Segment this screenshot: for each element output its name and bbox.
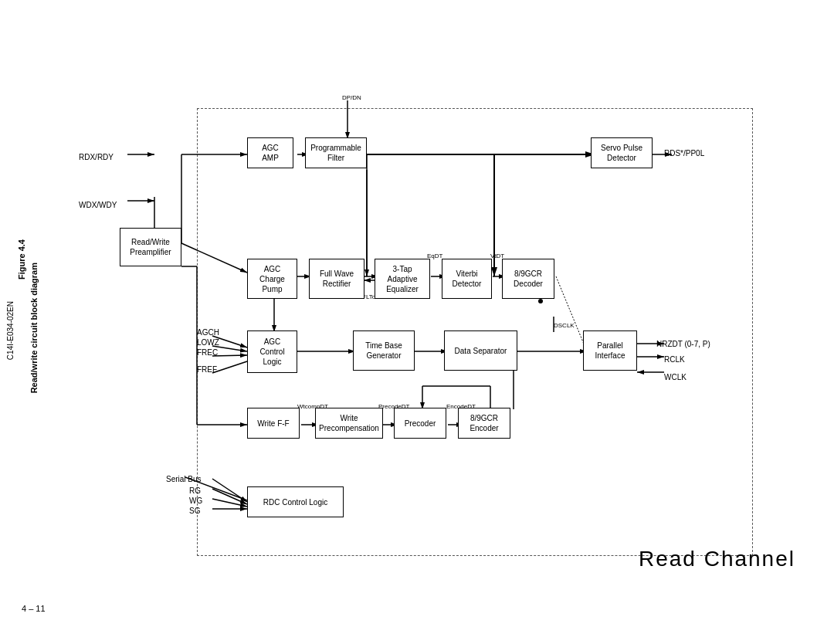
agc-control-block: AGCControlLogic: [247, 330, 297, 373]
wdx-wdy-label: WDX/WDY: [79, 201, 117, 209]
page: C14I-E034-02EN Figure 4.4 Read/write cir…: [0, 0, 834, 644]
figure-label: Figure 4.4: [17, 239, 26, 280]
prog-filter-block: ProgrammableFilter: [305, 137, 367, 168]
three-tap-equalizer-block: 3-TapAdaptiveEqualizer: [375, 259, 430, 299]
agch-label: AGCH: [197, 328, 219, 337]
page-number: 4 – 11: [22, 604, 46, 613]
gcr-encoder-block: 8/9GCREncoder: [458, 408, 510, 439]
dp-dn-label: DP/DN: [342, 94, 361, 101]
serial-bus-label: Serial Bus: [166, 475, 202, 483]
rw-diagram-label: Read/write circuit block diagram: [29, 263, 39, 393]
lowz-label: LOWZ: [197, 338, 219, 347]
rg-label: RG: [189, 486, 201, 495]
rds-pp0l-label: RDS*/PP0L: [664, 149, 704, 158]
gcr-decoder-block: 8/9GCRDecoder: [502, 259, 554, 299]
sg-label: SG: [189, 507, 200, 515]
read-channel-label: Read Channel: [639, 547, 795, 571]
data-separator-block: Data Separator: [444, 330, 517, 371]
wclk-label: WCLK: [664, 373, 687, 381]
viterbi-detector-block: ViterbiDetector: [442, 259, 492, 299]
servo-pulse-block: Servo PulseDetector: [591, 137, 653, 168]
read-write-preamp-block: Read/WritePreamplifier: [120, 228, 181, 266]
agc-charge-pump-block: AGCChargePump: [247, 259, 297, 299]
parallel-interface-block: ParallelInterface: [583, 330, 637, 371]
full-wave-rectifier-block: Full WaveRectifier: [309, 259, 364, 299]
diagram: Read Channel DP/DN RDX/RDY WDX/WDY AGCH …: [77, 77, 819, 587]
dsclk-label: DSCLK: [554, 322, 575, 329]
agc-amp-block: AGCAMP: [247, 137, 293, 168]
frec-label: FREC: [197, 348, 218, 357]
wg-label: WG: [189, 497, 202, 505]
fref-label: FREF: [197, 365, 217, 374]
precoder-block: Precoder: [394, 408, 446, 439]
rdc-control-block: RDC Control Logic: [247, 486, 344, 517]
nrzdt-label: NRZDT (0-7, P): [656, 340, 710, 348]
rclk-label: RCLK: [664, 355, 685, 364]
write-ff-block: Write F-F: [247, 408, 300, 439]
write-precomp-block: WritePrecompensation: [315, 408, 383, 439]
rdx-rdy-label: RDX/RDY: [79, 153, 114, 161]
timebase-block: Time BaseGenerator: [353, 330, 415, 371]
doc-id-label: C14I-E034-02EN: [6, 301, 15, 360]
